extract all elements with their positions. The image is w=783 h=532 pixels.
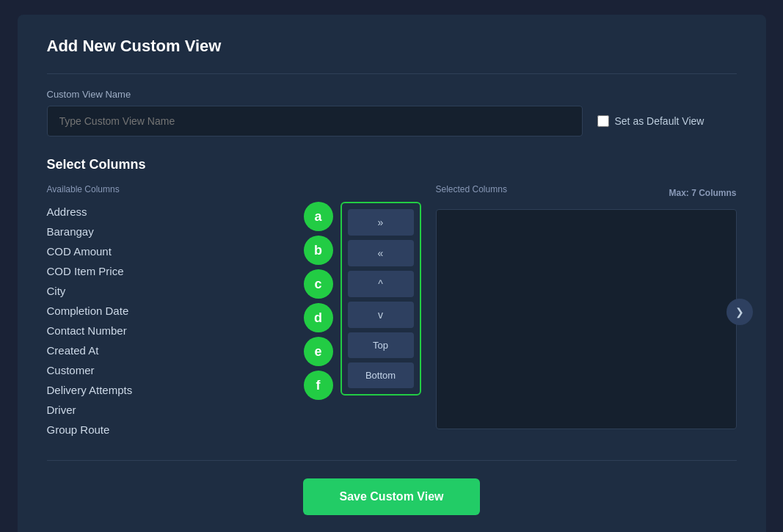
move-bottom-button[interactable]: Bottom — [348, 362, 414, 388]
list-item[interactable]: Barangay — [47, 222, 340, 241]
move-top-button[interactable]: Top — [348, 332, 414, 358]
list-item[interactable]: Created At — [47, 340, 340, 360]
list-item[interactable]: Group Route — [47, 420, 340, 440]
list-item[interactable]: COD Item Price — [47, 261, 340, 281]
available-columns-label: Available Columns — [47, 184, 340, 194]
modal-title: Add New Custom View — [47, 37, 737, 56]
annotation-e: e — [304, 337, 333, 366]
divider-1 — [47, 73, 737, 74]
save-custom-view-button[interactable]: Save Custom View — [303, 478, 481, 515]
set-default-label: Set as Default View — [597, 115, 704, 127]
annotation-d: d — [304, 303, 333, 332]
sidebar-expand-button[interactable]: ❯ — [726, 299, 753, 325]
move-up-button[interactable]: ^ — [348, 271, 414, 297]
list-item[interactable]: Delivery Attempts — [47, 380, 340, 400]
move-down-button[interactable]: v — [348, 302, 414, 328]
annotation-a: a — [304, 202, 333, 231]
available-columns-panel: Available Columns AddressBarangayCOD Amo… — [47, 184, 340, 440]
available-columns-list: AddressBarangayCOD AmountCOD Item PriceC… — [47, 202, 340, 440]
list-item[interactable]: City — [47, 281, 340, 301]
custom-view-name-input[interactable] — [47, 106, 583, 136]
modal-container: Add New Custom View Custom View Name Set… — [18, 15, 766, 532]
list-item[interactable]: Contact Number — [47, 321, 340, 340]
list-item[interactable]: Driver — [47, 400, 340, 420]
selected-columns-content — [436, 209, 737, 429]
divider-2 — [47, 460, 737, 461]
selected-columns-label: Selected Columns — [436, 184, 507, 194]
annotation-c: c — [304, 269, 333, 299]
move-left-button[interactable]: « — [348, 240, 414, 266]
list-item[interactable]: COD Amount — [47, 241, 340, 261]
select-columns-title: Select Columns — [47, 157, 737, 172]
annotation-f: f — [304, 371, 333, 400]
list-item[interactable]: Customer — [47, 360, 340, 380]
move-right-button[interactable]: » — [348, 209, 414, 236]
set-default-checkbox[interactable] — [597, 115, 609, 127]
selected-columns-panel: Selected Columns Max: 7 Columns — [421, 184, 737, 434]
columns-area: Available Columns AddressBarangayCOD Amo… — [47, 184, 737, 440]
controls-box: » « ^ v Top Bottom — [340, 202, 421, 396]
list-item[interactable]: Completion Date — [47, 301, 340, 321]
list-item[interactable]: Address — [47, 202, 340, 222]
selected-columns-header-row: Selected Columns Max: 7 Columns — [436, 184, 737, 202]
controls-wrapper: a b c d e f » « ^ v Top Bottom — [340, 202, 421, 396]
save-btn-row: Save Custom View — [47, 478, 737, 515]
annotation-b: b — [304, 236, 333, 265]
custom-view-name-label: Custom View Name — [47, 89, 737, 100]
input-row: Set as Default View — [47, 106, 737, 136]
max-columns-label: Max: 7 Columns — [669, 188, 736, 198]
